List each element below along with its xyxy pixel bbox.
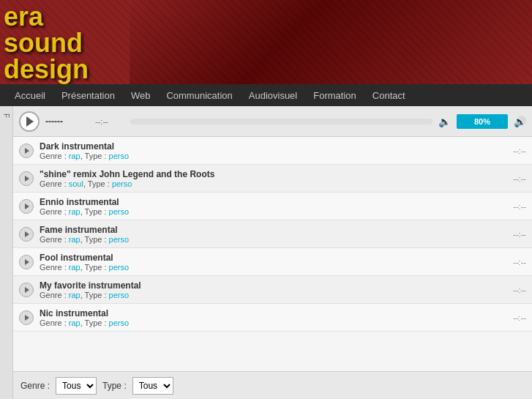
track-name-5: My favorite instrumental [40, 280, 504, 291]
track-duration-4: --:-- [504, 258, 526, 266]
track-genre-link-2[interactable]: rap [69, 207, 80, 216]
track-name-3: Fame instrumental [40, 225, 504, 235]
track-genre-link-5[interactable]: rap [69, 291, 80, 299]
track-info-5: My favorite instrumental Genre : rap, Ty… [40, 280, 504, 299]
track-name-2: Ennio instrumental [40, 197, 504, 207]
type-filter-label: Type : [102, 381, 127, 391]
main-play-button[interactable] [19, 111, 40, 132]
track-name-0: Dark instrumental [40, 141, 504, 152]
track-name-1: "shine" remix John Legend and the Roots [40, 169, 504, 179]
genre-filter-select[interactable]: Tous rap soul [56, 377, 97, 395]
nav-item-audiovisuel[interactable]: Audiovisuel [241, 87, 305, 104]
track-item: Fool instrumental Genre : rap, Type : pe… [13, 248, 532, 276]
logo-line1: era [4, 1, 43, 31]
nav-item-formation[interactable]: Formation [306, 87, 364, 104]
track-genre-0: Genre : rap, Type : perso [40, 152, 504, 160]
track-genre-6: Genre : rap, Type : perso [40, 318, 504, 327]
logo-line2: sound [4, 28, 83, 58]
track-item: Dark instrumental Genre : rap, Type : pe… [13, 137, 532, 165]
current-track-title: ------ [45, 116, 89, 127]
progress-bar[interactable] [130, 119, 432, 124]
player-bar: ------ --:-- 🔈 80% 🔊 [13, 106, 532, 137]
track-info-2: Ennio instrumental Genre : rap, Type : p… [40, 197, 504, 216]
track-type-link-2[interactable]: perso [109, 207, 130, 216]
nav-item-presentation[interactable]: Présentation [54, 87, 122, 104]
track-play-button-2[interactable] [19, 199, 34, 214]
logo-line3: design [4, 54, 89, 84]
track-type-link-4[interactable]: perso [109, 263, 130, 272]
track-item: Nic instrumental Genre : rap, Type : per… [13, 304, 532, 332]
main-nav: Accueil Présentation Web Communication A… [0, 84, 532, 106]
volume-bar[interactable]: 80% [457, 114, 508, 129]
track-genre-link-1[interactable]: soul [69, 179, 83, 188]
track-play-button-4[interactable] [19, 255, 34, 269]
track-genre-4: Genre : rap, Type : perso [40, 263, 504, 272]
track-duration-6: --:-- [504, 313, 526, 322]
track-duration-1: --:-- [504, 174, 526, 183]
track-play-button-1[interactable] [19, 171, 34, 186]
track-genre-3: Genre : rap, Type : perso [40, 235, 504, 244]
track-type-link-3[interactable]: perso [109, 235, 130, 244]
genre-filter-label: Genre : [20, 381, 50, 391]
nav-item-contact[interactable]: Contact [365, 87, 413, 104]
track-genre-5: Genre : rap, Type : perso [40, 291, 504, 299]
track-type-link-0[interactable]: perso [109, 152, 130, 160]
volume-low-icon[interactable]: 🔈 [438, 116, 451, 127]
left-panel: F [0, 106, 13, 399]
track-genre-2: Genre : rap, Type : perso [40, 207, 504, 216]
header-logo: era sound design [4, 4, 150, 81]
type-filter-select[interactable]: Tous [132, 377, 173, 395]
track-item: Fame instrumental Genre : rap, Type : pe… [13, 220, 532, 248]
track-item: My favorite instrumental Genre : rap, Ty… [13, 276, 532, 304]
track-genre-link-4[interactable]: rap [69, 263, 80, 272]
track-genre-1: Genre : soul, Type : perso [40, 179, 504, 188]
track-info-6: Nic instrumental Genre : rap, Type : per… [40, 308, 504, 327]
track-duration-3: --:-- [504, 230, 526, 239]
nav-item-communication[interactable]: Communication [159, 87, 239, 104]
track-genre-link-0[interactable]: rap [69, 152, 80, 160]
track-info-4: Fool instrumental Genre : rap, Type : pe… [40, 253, 504, 272]
track-info-1: "shine" remix John Legend and the Roots … [40, 169, 504, 188]
track-info-0: Dark instrumental Genre : rap, Type : pe… [40, 141, 504, 160]
volume-percent: 80% [474, 117, 490, 126]
track-play-button-5[interactable] [19, 283, 34, 297]
track-genre-link-6[interactable]: rap [69, 318, 80, 327]
nav-item-web[interactable]: Web [124, 87, 158, 104]
filter-bar: Genre : Tous rap soul Type : Tous [13, 371, 532, 399]
track-duration-0: --:-- [504, 146, 526, 155]
track-duration-5: --:-- [504, 286, 526, 294]
track-genre-link-3[interactable]: rap [69, 235, 80, 244]
track-item: "shine" remix John Legend and the Roots … [13, 165, 532, 193]
header: era sound design [0, 0, 532, 84]
track-name-4: Fool instrumental [40, 253, 504, 263]
left-panel-label: F [2, 113, 10, 118]
track-play-button-0[interactable] [19, 143, 34, 158]
track-duration-2: --:-- [504, 202, 526, 211]
nav-item-accueil[interactable]: Accueil [7, 87, 53, 104]
track-play-button-6[interactable] [19, 310, 34, 325]
track-item: Ennio instrumental Genre : rap, Type : p… [13, 193, 532, 220]
logo-text: era sound design [4, 4, 150, 83]
main-content: F ------ --:-- 🔈 80% 🔊 Dark instrumental… [0, 106, 532, 399]
time-display: --:-- [95, 117, 124, 126]
player-container: ------ --:-- 🔈 80% 🔊 Dark instrumental G… [13, 106, 532, 399]
track-type-link-1[interactable]: perso [112, 179, 132, 188]
track-name-6: Nic instrumental [40, 308, 504, 318]
track-type-link-5[interactable]: perso [109, 291, 130, 299]
track-list[interactable]: Dark instrumental Genre : rap, Type : pe… [13, 137, 532, 371]
track-info-3: Fame instrumental Genre : rap, Type : pe… [40, 225, 504, 244]
track-play-button-3[interactable] [19, 227, 34, 242]
volume-high-icon[interactable]: 🔊 [514, 116, 526, 127]
track-type-link-6[interactable]: perso [109, 318, 130, 327]
